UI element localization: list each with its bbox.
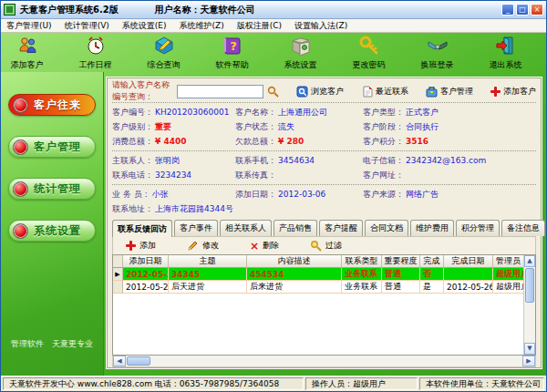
recent-contact-icon xyxy=(361,86,373,98)
maximize-button[interactable]: □ xyxy=(516,4,529,15)
row-indicator: ▶ xyxy=(113,268,123,281)
table-row[interactable]: ▶ 2012-05-25 34345 454534 业务联系 普通 否 超级用户 xyxy=(113,268,523,281)
add-icon xyxy=(126,241,136,251)
sidebar-slogan: 管理软件 天意更专业 xyxy=(1,338,103,350)
toolbar-software-help[interactable]: ? 软件帮助 xyxy=(212,35,253,71)
filter-record-button[interactable]: 过滤 xyxy=(310,240,342,252)
app-icon xyxy=(4,4,15,15)
scroll-left-icon[interactable]: ◀ xyxy=(113,356,126,366)
row-indicator xyxy=(113,281,123,294)
menu-system-maintenance[interactable]: 系统维护(Z) xyxy=(180,20,224,32)
browse-customer-link[interactable]: 浏览客户 xyxy=(296,86,344,98)
delete-record-button[interactable]: ×删除 xyxy=(250,240,279,252)
window-user-label: 用户名称：天意软件公司 xyxy=(155,4,255,16)
sidebar: 客户往来 客户管理 统计管理 系统设置 管理软件 天意更专业 xyxy=(1,72,104,376)
status-bar: 天意软件开发中心 www.chle828.com 电话：0635-7987985… xyxy=(1,376,546,391)
main-toolbar: 添加客户 工作日程 综合查询 ? 软件帮助 系统设置 更改密码 换班登录 退出系 xyxy=(1,33,546,72)
tab-product-sales[interactable]: 产品销售 xyxy=(274,220,317,236)
scroll-right-icon[interactable]: ▶ xyxy=(522,356,535,366)
col-add-date[interactable]: 添加日期 xyxy=(123,255,169,268)
toolbar-exit-system[interactable]: 退出系统 xyxy=(485,35,526,71)
divider xyxy=(112,150,536,151)
edit-record-button[interactable]: 修改 xyxy=(187,240,219,252)
shift-login-icon xyxy=(427,35,449,58)
row-indicator-header xyxy=(113,255,123,268)
vertical-scrollbar[interactable]: ▲ ▼ xyxy=(523,255,535,355)
tab-points-management[interactable]: 积分管理 xyxy=(456,220,500,236)
status-license-unit: 本软件使用单位：天意软件公司 xyxy=(419,377,544,390)
divider xyxy=(112,102,536,103)
menu-statistics-management[interactable]: 统计管理(V) xyxy=(65,20,109,32)
tab-strip: 联系反馈回访 客户事件 相关联系人 产品销售 客户提醒 合同文档 维护费用 积分… xyxy=(112,219,536,236)
table-empty-area xyxy=(113,294,523,355)
recent-contact-link[interactable]: 最近联系 xyxy=(361,86,408,98)
vertical-scroll-thumb[interactable] xyxy=(525,268,534,303)
add-record-button[interactable]: 添加 xyxy=(126,240,156,252)
svg-text:?: ? xyxy=(230,39,237,53)
toolbar-work-schedule[interactable]: 工作日程 xyxy=(75,35,116,71)
divider xyxy=(112,184,536,185)
toolbar-add-customer[interactable]: 添加客户 xyxy=(6,35,47,71)
menu-copyright-register[interactable]: 版权注册(C) xyxy=(237,20,282,32)
tab-contact-feedback[interactable]: 联系反馈回访 xyxy=(112,220,172,237)
add-customer-icon xyxy=(16,35,38,58)
scroll-down-icon[interactable]: ▼ xyxy=(524,343,535,355)
comprehensive-query-icon xyxy=(153,35,175,58)
tab-contract-documents[interactable]: 合同文档 xyxy=(365,220,408,236)
col-importance[interactable]: 重要程度 xyxy=(382,255,420,268)
field-total-consumption: 消费总额：¥ 4400 xyxy=(112,136,235,148)
tab-remarks[interactable]: 备注信息 xyxy=(501,220,545,236)
field-email: 电子信箱：2342342@163.com xyxy=(363,155,536,167)
filter-search-icon xyxy=(310,240,322,252)
add-customer-link[interactable]: 添加客户 xyxy=(490,86,536,98)
customer-manage-link[interactable]: 客户管理 xyxy=(426,86,473,98)
exit-system-icon xyxy=(495,35,517,58)
customer-manage-icon xyxy=(426,86,438,98)
horizontal-scroll-thumb[interactable] xyxy=(127,356,150,366)
field-customer-points: 客户积分：3516 xyxy=(363,136,536,148)
search-icon[interactable] xyxy=(267,86,279,98)
toolbar-shift-login[interactable]: 换班登录 xyxy=(417,35,458,71)
field-phone: 联系电话：3234234 xyxy=(112,170,235,181)
toolbar-change-password[interactable]: 更改密码 xyxy=(348,35,389,71)
col-admin[interactable]: 管理员 xyxy=(493,255,523,268)
tab-related-contacts[interactable]: 相关联系人 xyxy=(220,220,272,236)
col-done-date[interactable]: 完成日期 xyxy=(444,255,493,268)
field-website: 客户网址： xyxy=(363,170,536,181)
title-bar: 天意客户管理系统6.2版 用户名称：天意软件公司 _ □ × xyxy=(1,1,546,19)
tab-maintenance-fees[interactable]: 维护费用 xyxy=(410,220,454,236)
search-input[interactable] xyxy=(177,85,263,98)
customer-details: 客户编号：KH201203060001 客户名称：上海通用公司 客户类型：正式客… xyxy=(112,105,536,216)
tab-customer-reminders[interactable]: 客户提醒 xyxy=(319,220,363,236)
sidebar-item-statistics-management[interactable]: 统计管理 xyxy=(8,178,96,200)
table-row[interactable]: 2012-05-22 后天进货 后来进货 业务联系 普通 是 2012-05-2… xyxy=(113,281,523,294)
scroll-up-icon[interactable]: ▲ xyxy=(524,255,535,267)
sidebar-item-system-settings[interactable]: 系统设置 xyxy=(8,220,96,242)
field-customer-name: 客户名称：上海通用公司 xyxy=(235,107,363,119)
status-developer-info: 天意软件开发中心 www.chle828.com 电话：0635-7987985… xyxy=(3,377,304,390)
red-orb-icon xyxy=(13,139,28,155)
field-customer-source: 客户来源：网络广告 xyxy=(363,189,536,201)
red-orb-icon xyxy=(13,98,28,113)
field-customer-id: 客户编号：KH201203060001 xyxy=(112,107,235,119)
close-button[interactable]: × xyxy=(531,4,543,15)
col-done[interactable]: 完成 xyxy=(420,255,444,268)
pencil-icon xyxy=(187,240,199,252)
field-main-contact: 主联系人：张明岗 xyxy=(112,155,235,167)
horizontal-scrollbar[interactable]: ◀ ▶ xyxy=(112,356,536,367)
col-contact-type[interactable]: 联系类型 xyxy=(342,255,382,268)
toolbar-comprehensive-query[interactable]: 综合查询 xyxy=(143,35,184,71)
menu-input-method[interactable]: 设置输入法(Z) xyxy=(294,20,347,32)
minimize-button[interactable]: _ xyxy=(501,4,514,15)
search-label: 请输入客户名称编号查询： xyxy=(112,79,177,103)
sidebar-item-customer-contacts[interactable]: 客户往来 xyxy=(8,94,96,116)
col-subject[interactable]: 主题 xyxy=(169,255,247,268)
menu-customer-management[interactable]: 客户管理(U) xyxy=(6,20,52,32)
tab-customer-events[interactable]: 客户事件 xyxy=(174,220,218,236)
toolbar-system-settings[interactable]: 系统设置 xyxy=(280,35,321,71)
menu-bar: 客户管理(U) 统计管理(V) 系统设置(E) 系统维护(Z) 版权注册(C) … xyxy=(1,19,546,33)
records-table: 添加日期 主题 内容描述 联系类型 重要程度 完成 完成日期 管理员 ▶ 201… xyxy=(112,254,536,356)
col-description[interactable]: 内容描述 xyxy=(247,255,342,268)
menu-system-settings[interactable]: 系统设置(E) xyxy=(122,20,167,32)
sidebar-item-customer-management[interactable]: 客户管理 xyxy=(8,136,96,158)
